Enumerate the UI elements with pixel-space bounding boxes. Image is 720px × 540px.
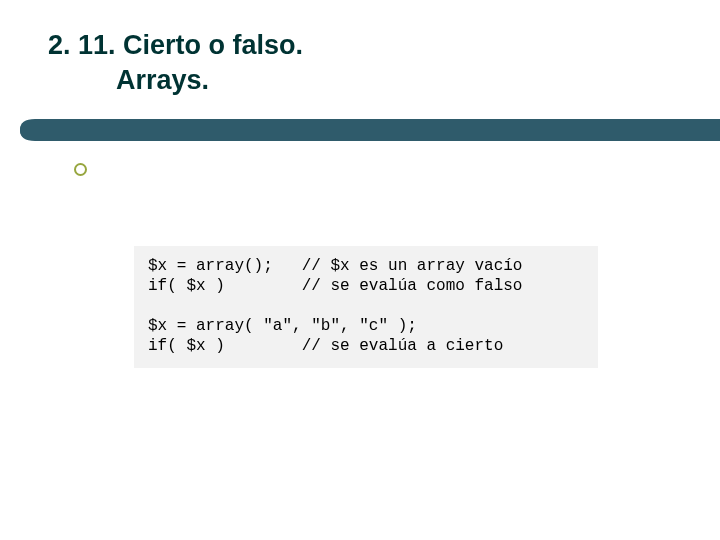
title-line-2: Arrays. xyxy=(48,63,303,98)
code-line: $x = array( "a", "b", "c" ); xyxy=(148,317,417,335)
code-line: $x = array(); // $x es un array vacío xyxy=(148,257,522,275)
bullet-icon xyxy=(74,163,87,176)
slide-title: 2. 11. Cierto o falso. Arrays. xyxy=(48,28,303,98)
code-block: $x = array(); // $x es un array vacío if… xyxy=(134,246,598,368)
title-line-1: 2. 11. Cierto o falso. xyxy=(48,28,303,63)
title-underline xyxy=(0,116,720,144)
code-line: if( $x ) // se evalúa como falso xyxy=(148,277,522,295)
code-line: if( $x ) // se evalúa a cierto xyxy=(148,337,503,355)
